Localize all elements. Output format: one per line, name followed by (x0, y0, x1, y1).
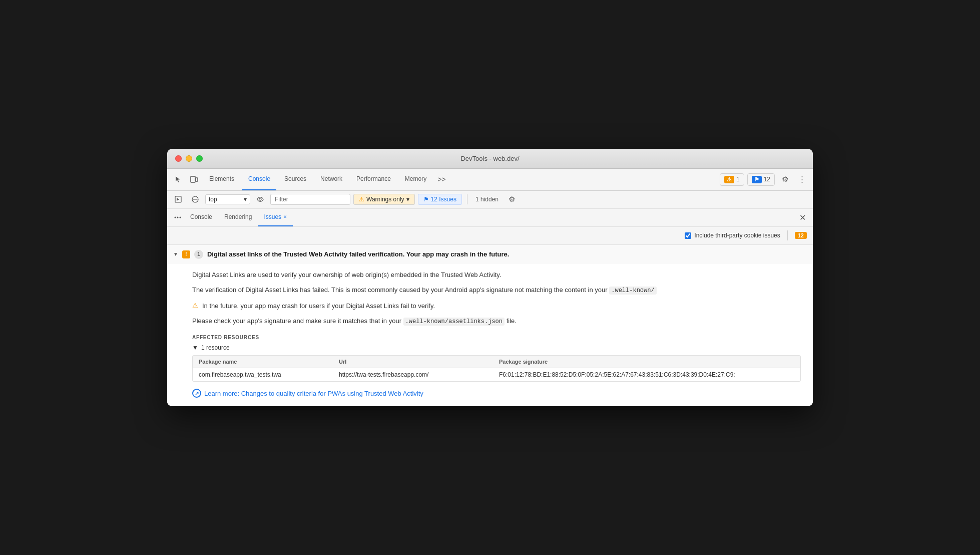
warning-triangle-icon: ⚠ (359, 196, 364, 203)
affected-resources: AFFECTED RESOURCES ▼ 1 resource Package … (192, 335, 801, 382)
issue-warning-line: ⚠ In the future, your app may crash for … (192, 301, 801, 312)
maximize-button[interactable] (196, 155, 203, 162)
tab-network[interactable]: Network (314, 168, 348, 190)
hidden-count: 1 hidden (472, 196, 502, 203)
dropdown-arrow-icon: ▾ (406, 196, 409, 203)
main-toolbar: Elements Console Sources Network Perform… (167, 169, 813, 191)
resource-table: Package name Url Package signature com.f… (192, 355, 801, 382)
more-tabs-button[interactable]: >> (434, 173, 448, 185)
third-party-cookie-label[interactable]: Include third-party cookie issues (685, 232, 780, 239)
issues-content: ▼ ! 1 Digital asset links of the Trusted… (167, 245, 813, 407)
well-known-code: .well-known/ (609, 287, 656, 295)
drawer-more-button[interactable] (171, 212, 184, 223)
gear-icon: ⚙ (782, 175, 788, 184)
svg-rect-0 (191, 176, 195, 182)
resource-table-row: com.firebaseapp.twa_tests.twa https://tw… (193, 368, 800, 381)
three-dots-icon (174, 214, 181, 221)
svg-point-7 (177, 217, 179, 218)
issue-warning-icon: ! (182, 250, 190, 258)
no-entry-icon (192, 196, 199, 203)
issues-count-button[interactable]: ⚑ 12 Issues (418, 194, 462, 205)
execution-context-selector[interactable]: top ▾ (205, 194, 250, 204)
issue-count-circle: 1 (194, 250, 203, 259)
console-settings-button[interactable]: ⚙ (505, 192, 519, 206)
issue-title: Digital asset links of the Trusted Web A… (207, 250, 509, 258)
resource-table-header: Package name Url Package signature (193, 356, 800, 368)
tab-sources[interactable]: Sources (278, 168, 312, 190)
issue-header[interactable]: ▼ ! 1 Digital asset links of the Trusted… (167, 245, 813, 264)
svg-point-6 (175, 217, 176, 218)
issue-note: Please check your app's signature and ma… (192, 316, 801, 327)
resource-toggle[interactable]: ▼ 1 resource (192, 344, 801, 351)
third-party-cookie-checkbox[interactable] (685, 232, 691, 239)
issue-item: ▼ ! 1 Digital asset links of the Trusted… (167, 245, 813, 407)
close-icon: ✕ (799, 213, 806, 222)
issue-body: Digital Asset Links are used to verify y… (167, 264, 813, 406)
svg-point-8 (180, 217, 181, 218)
settings-button[interactable]: ⚙ (778, 172, 792, 186)
drawer-tabs: Console Rendering Issues × ✕ (167, 209, 813, 227)
close-tab-icon[interactable]: × (283, 213, 287, 220)
issue-desc-1: Digital Asset Links are used to verify y… (192, 270, 801, 281)
window-title: DevTools - web.dev/ (460, 155, 519, 162)
filter-input[interactable] (270, 194, 350, 205)
issue-warning-text: In the future, your app may crash for us… (202, 301, 435, 312)
tab-elements[interactable]: Elements (203, 168, 240, 190)
learn-more-link[interactable]: ↗ Learn more: Changes to quality criteri… (192, 389, 801, 398)
device-icon (190, 175, 198, 183)
more-options-button[interactable]: ⋮ (795, 172, 809, 186)
issues-flag-icon: ⚑ (752, 176, 762, 183)
expand-chevron-icon: ▼ (173, 251, 178, 257)
tab-console-drawer[interactable]: Console (184, 208, 218, 226)
execute-icon (175, 196, 182, 203)
close-drawer-button[interactable]: ✕ (796, 211, 809, 224)
eye-icon (257, 196, 264, 202)
devtools-window: DevTools - web.dev/ Elements Console Sou… (167, 149, 813, 407)
issues-total-count: 12 (795, 232, 807, 239)
warnings-button[interactable]: ⚠ 1 (720, 173, 744, 186)
cursor-icon (174, 175, 182, 183)
clear-console-button[interactable] (188, 193, 202, 206)
toolbar-separator-2 (787, 230, 788, 240)
gear-icon: ⚙ (509, 195, 515, 204)
device-mode-button[interactable] (187, 172, 201, 186)
tab-rendering[interactable]: Rendering (218, 208, 258, 226)
close-button[interactable] (175, 155, 182, 162)
tab-memory[interactable]: Memory (399, 168, 432, 190)
kebab-icon: ⋮ (798, 175, 806, 184)
resource-toggle-arrow: ▼ (192, 344, 198, 351)
issue-desc-2: The verification of Digital Asset Links … (192, 285, 801, 296)
svg-point-5 (259, 198, 261, 200)
log-level-dropdown[interactable]: ⚠ Warnings only ▾ (353, 194, 415, 205)
toolbar-right: ⚠ 1 ⚑ 12 ⚙ ⋮ (720, 172, 809, 186)
console-toolbar: top ▾ ⚠ Warnings only ▾ ⚑ 12 Issues 1 hi… (167, 191, 813, 209)
minimize-button[interactable] (186, 155, 192, 162)
issues-button[interactable]: ⚑ 12 (747, 173, 775, 186)
warning-icon-sm: ⚠ (192, 302, 198, 309)
execute-context-button[interactable] (171, 193, 185, 206)
toolbar-separator (467, 194, 467, 204)
external-link-icon: ↗ (192, 389, 201, 398)
inspect-element-button[interactable] (171, 172, 185, 186)
dropdown-arrow-icon: ▾ (244, 196, 247, 203)
tab-issues[interactable]: Issues × (258, 208, 293, 226)
tab-performance[interactable]: Performance (350, 168, 397, 190)
tab-console[interactable]: Console (242, 168, 276, 190)
svg-rect-1 (196, 178, 198, 181)
traffic-lights (175, 155, 203, 162)
title-bar: DevTools - web.dev/ (167, 149, 813, 169)
eye-button[interactable] (253, 193, 267, 206)
warning-icon: ⚠ (724, 176, 734, 183)
issues-toolbar: Include third-party cookie issues 12 (167, 227, 813, 245)
assetlinks-code: .well-known/assetlinks.json (403, 318, 505, 326)
learn-more-anchor[interactable]: Learn more: Changes to quality criteria … (204, 390, 423, 397)
issues-count-badge: 12 (795, 232, 807, 239)
flag-icon: ⚑ (423, 196, 429, 203)
affected-label: AFFECTED RESOURCES (192, 335, 801, 340)
